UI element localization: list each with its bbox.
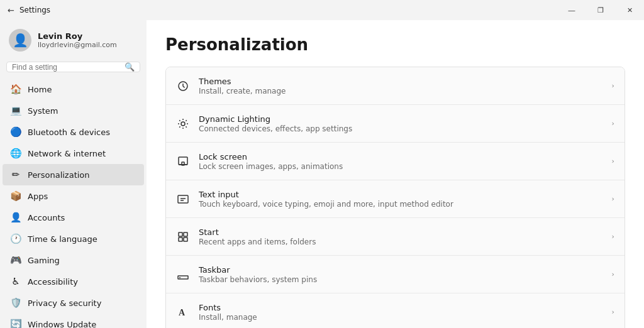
chevron-right-icon-text-input: ›	[612, 195, 614, 203]
nav-icon-privacy: 🛡️	[10, 297, 21, 309]
sidebar-item-update[interactable]: 🔄 Windows Update	[3, 314, 144, 328]
nav-label-accessibility: Accessibility	[28, 277, 78, 287]
svg-rect-12	[182, 162, 184, 165]
svg-line-8	[186, 120, 186, 121]
svg-rect-19	[184, 238, 187, 241]
settings-icon-themes	[176, 79, 190, 93]
svg-rect-21	[179, 277, 180, 278]
nav-label-personalization: Personalization	[28, 170, 90, 180]
nav-label-time: Time & language	[28, 234, 97, 244]
chevron-right-icon-dynamic-lighting: ›	[612, 119, 614, 128]
sidebar-item-system[interactable]: 💻 System	[3, 100, 144, 121]
nav-label-apps: Apps	[28, 192, 48, 201]
svg-line-9	[179, 126, 180, 127]
nav-label-home: Home	[28, 85, 52, 94]
svg-rect-17	[184, 232, 187, 236]
search-input[interactable]	[12, 63, 125, 72]
avatar: 👤	[9, 29, 31, 52]
chevron-right-icon-fonts: ›	[612, 308, 614, 316]
title-bar: ← Settings — ❐ ✕	[0, 0, 644, 20]
nav-label-privacy: Privacy & security	[28, 298, 101, 308]
svg-rect-10	[179, 157, 187, 165]
minimize-button[interactable]: —	[557, 0, 586, 20]
sidebar-item-apps[interactable]: 📦 Apps	[3, 185, 144, 207]
svg-text:A: A	[179, 308, 186, 317]
settings-icon-start	[176, 230, 190, 244]
settings-icon-lock-screen	[176, 155, 190, 168]
settings-desc-text-input: Touch keyboard, voice typing, emoji and …	[199, 200, 603, 209]
settings-title-dynamic-lighting: Dynamic Lighting	[199, 114, 603, 124]
title-bar-left: ← Settings	[8, 6, 50, 15]
sidebar-item-bluetooth[interactable]: 🔵 Bluetooth & devices	[3, 121, 144, 143]
close-button[interactable]: ✕	[615, 0, 644, 20]
nav-icon-network: 🌐	[10, 148, 21, 159]
nav-label-accounts: Accounts	[28, 213, 65, 222]
nav-label-update: Windows Update	[28, 320, 96, 329]
back-icon[interactable]: ←	[8, 6, 14, 15]
settings-item-fonts[interactable]: A Fonts Install, manage ›	[166, 293, 625, 328]
user-email: lloydrlevin@gmail.com	[38, 41, 117, 49]
nav-icon-apps: 📦	[10, 190, 21, 202]
settings-item-text-input[interactable]: Text input Touch keyboard, voice typing,…	[166, 180, 625, 218]
settings-title-themes: Themes	[199, 77, 603, 86]
nav-icon-gaming: 🎮	[10, 254, 21, 266]
nav-icon-update: 🔄	[10, 319, 21, 328]
settings-item-start[interactable]: Start Recent apps and items, folders ›	[166, 218, 625, 256]
chevron-right-icon-start: ›	[612, 232, 614, 241]
settings-text-themes: Themes Install, create, manage	[199, 77, 603, 96]
settings-text-taskbar: Taskbar Taskbar behaviors, system pins	[199, 265, 603, 284]
nav-list: 🏠 Home 💻 System 🔵 Bluetooth & devices 🌐 …	[0, 79, 147, 328]
sidebar-item-gaming[interactable]: 🎮 Gaming	[3, 249, 144, 271]
nav-label-bluetooth: Bluetooth & devices	[28, 128, 110, 137]
nav-label-gaming: Gaming	[28, 256, 60, 265]
settings-item-themes[interactable]: Themes Install, create, manage ›	[166, 67, 625, 105]
sidebar-item-accessibility[interactable]: ♿ Accessibility	[3, 271, 144, 292]
nav-icon-time: 🕐	[10, 233, 21, 244]
settings-desc-start: Recent apps and items, folders	[199, 238, 603, 246]
search-box: 🔍	[6, 62, 140, 72]
chevron-right-icon-themes: ›	[612, 82, 614, 90]
settings-item-taskbar[interactable]: Taskbar Taskbar behaviors, system pins ›	[166, 256, 625, 293]
main-content: Personalization Themes Install, create, …	[147, 20, 644, 328]
sidebar-item-accounts[interactable]: 👤 Accounts	[3, 207, 144, 228]
user-profile[interactable]: 👤 Levin Roy lloydrlevin@gmail.com	[0, 20, 147, 59]
settings-desc-lock-screen: Lock screen images, apps, animations	[199, 162, 603, 171]
svg-rect-18	[179, 238, 182, 241]
settings-item-dynamic-lighting[interactable]: Dynamic Lighting Connected devices, effe…	[166, 105, 625, 143]
sidebar-item-privacy[interactable]: 🛡️ Privacy & security	[3, 292, 144, 314]
user-info: Levin Roy lloydrlevin@gmail.com	[38, 31, 117, 49]
settings-desc-themes: Install, create, manage	[199, 87, 603, 96]
nav-icon-accounts: 👤	[10, 212, 21, 223]
sidebar-item-network[interactable]: 🌐 Network & internet	[3, 143, 144, 164]
settings-title-lock-screen: Lock screen	[199, 152, 603, 161]
settings-title-text-input: Text input	[199, 190, 603, 199]
nav-icon-accessibility: ♿	[10, 276, 21, 287]
settings-desc-taskbar: Taskbar behaviors, system pins	[199, 275, 603, 284]
maximize-button[interactable]: ❐	[586, 0, 615, 20]
settings-icon-text-input	[176, 192, 190, 206]
sidebar-item-time[interactable]: 🕐 Time & language	[3, 228, 144, 249]
chevron-right-icon-lock-screen: ›	[612, 157, 614, 165]
user-name: Levin Roy	[38, 31, 117, 41]
title-bar-title: Settings	[19, 6, 50, 14]
nav-label-system: System	[28, 106, 58, 116]
page-title: Personalization	[165, 35, 625, 54]
settings-title-start: Start	[199, 227, 603, 237]
settings-item-lock-screen[interactable]: Lock screen Lock screen images, apps, an…	[166, 143, 625, 180]
search-icon: 🔍	[125, 62, 135, 72]
settings-list: Themes Install, create, manage › Dynamic…	[165, 67, 625, 328]
settings-title-fonts: Fonts	[199, 303, 603, 312]
svg-line-7	[186, 126, 186, 127]
sidebar-item-personalization[interactable]: ✏️ Personalization	[3, 164, 144, 185]
svg-rect-13	[178, 195, 188, 203]
settings-text-dynamic-lighting: Dynamic Lighting Connected devices, effe…	[199, 114, 603, 133]
sidebar: 👤 Levin Roy lloydrlevin@gmail.com 🔍 🏠 Ho…	[0, 20, 147, 328]
settings-title-taskbar: Taskbar	[199, 265, 603, 275]
settings-text-text-input: Text input Touch keyboard, voice typing,…	[199, 190, 603, 209]
nav-icon-home: 🏠	[10, 84, 21, 95]
sidebar-item-home[interactable]: 🏠 Home	[3, 79, 144, 100]
title-bar-controls: — ❐ ✕	[557, 0, 644, 20]
svg-line-6	[179, 120, 180, 121]
nav-icon-system: 💻	[10, 105, 21, 116]
settings-icon-fonts: A	[176, 305, 190, 319]
